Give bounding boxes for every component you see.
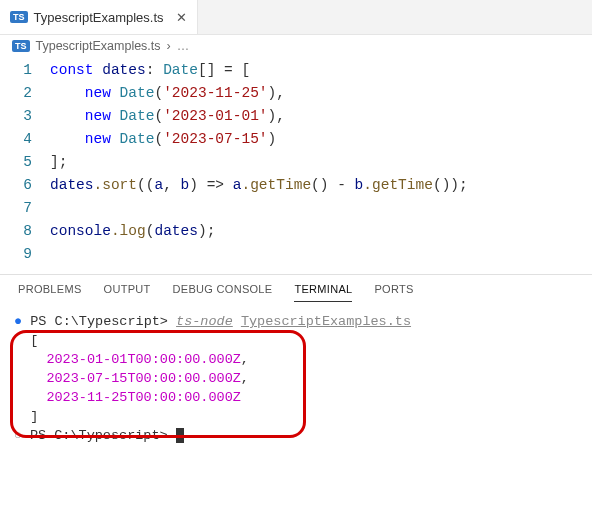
prompt-icon: ○ — [14, 428, 22, 443]
breadcrumb-more[interactable]: … — [177, 39, 190, 53]
tab-output[interactable]: OUTPUT — [104, 283, 151, 302]
terminal-cursor — [176, 428, 184, 443]
line-number: 9 — [0, 243, 50, 266]
editor-tab[interactable]: TS TypescriptExamples.ts ✕ — [0, 0, 198, 34]
line-number: 1 — [0, 59, 50, 82]
active-prompt-icon: ● — [14, 314, 22, 329]
typescript-icon: TS — [10, 11, 28, 23]
line-number: 6 — [0, 174, 50, 197]
line-number: 3 — [0, 105, 50, 128]
line-number: 2 — [0, 82, 50, 105]
tab-bar: TS TypescriptExamples.ts ✕ — [0, 0, 592, 35]
line-number: 5 — [0, 151, 50, 174]
tab-terminal[interactable]: TERMINAL — [294, 283, 352, 302]
code-editor[interactable]: 1 const dates: Date[] = [ 2 new Date('20… — [0, 57, 592, 274]
line-number: 7 — [0, 197, 50, 220]
tab-problems[interactable]: PROBLEMS — [18, 283, 82, 302]
breadcrumb[interactable]: TS TypescriptExamples.ts › … — [0, 35, 592, 57]
chevron-right-icon: › — [167, 39, 171, 53]
breadcrumb-filename: TypescriptExamples.ts — [36, 39, 161, 53]
close-icon[interactable]: ✕ — [176, 10, 187, 25]
tab-ports[interactable]: PORTS — [374, 283, 413, 302]
terminal-panel[interactable]: ● PS C:\Typescript> ts-node TypescriptEx… — [0, 302, 592, 455]
tab-debug-console[interactable]: DEBUG CONSOLE — [173, 283, 273, 302]
line-number: 8 — [0, 220, 50, 243]
line-number: 4 — [0, 128, 50, 151]
typescript-icon: TS — [12, 40, 30, 52]
panel-tabs: PROBLEMS OUTPUT DEBUG CONSOLE TERMINAL P… — [0, 274, 592, 302]
tab-filename: TypescriptExamples.ts — [34, 10, 164, 25]
